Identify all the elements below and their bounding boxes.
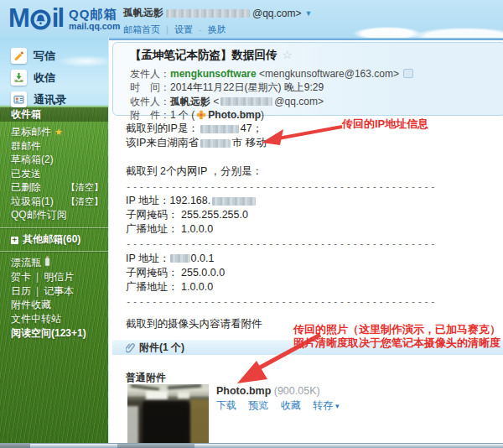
redacted-lan-ip (212, 197, 256, 206)
attachment-row: 附 件：1 个 (Photo.bmp) (130, 108, 503, 122)
attachment-actions: 下载 预览 收藏 转存▾ (216, 399, 340, 413)
sidebar-item-starred[interactable]: 星标邮件★ (0, 125, 108, 139)
bell-icon (30, 9, 51, 30)
preview-link[interactable]: 预览 (248, 399, 268, 411)
qq-mail-window: M il QQ邮箱 mail.qq.com 孤帆远影 @qq.com> ▼ 邮箱… (0, 0, 503, 448)
thumb-mosaic-silhouette (143, 401, 189, 443)
star-icon: ★ (54, 127, 63, 137)
empty-deleted-button[interactable]: 【清空】 (66, 180, 103, 195)
sidebar-item-greeting-cards[interactable]: 贺卡|明信片 (0, 270, 108, 284)
sidebar-item-other-mailbox[interactable]: +其他邮箱(60) (0, 232, 108, 247)
annotation-photo-line1: 传回的照片（这里制作演示，已加马赛克） (293, 323, 500, 336)
body-line-mask2: 子网掩码： 255.0.0.0 (126, 266, 486, 280)
link-notebook[interactable]: 记事本 (44, 285, 74, 297)
sidebar-item-group-mail[interactable]: 群邮件 (0, 139, 108, 154)
time-row: 时 间：2014年11月22日(星期六) 晚上9:29 (130, 81, 503, 94)
add-friend-icon[interactable] (403, 69, 413, 78)
attachment-thumbnail[interactable] (127, 384, 209, 443)
folder-label: 已发送 (11, 167, 41, 181)
annotation-ip-note: 传回的IP地址信息 (342, 117, 428, 132)
thumb-side-tint (190, 399, 209, 443)
redacted-recipient-email (220, 97, 272, 106)
body-line-ip: 截取到的IP是：47； (126, 122, 486, 136)
download-link[interactable]: 下载 (216, 399, 236, 411)
sidebar-item-inbox[interactable]: 收件箱 (0, 107, 108, 122)
folder-label: 贺卡|明信片 (11, 270, 74, 284)
normal-attachment-label: 普通附件 (126, 371, 166, 385)
attachment-file-size: (900.05K) (274, 385, 320, 397)
sidebar-item-attachment-favorites[interactable]: 附件收藏 (0, 298, 108, 312)
sender-name[interactable]: mengkunsoftware (170, 68, 257, 80)
sidebar-item-file-transfer[interactable]: 文件中转站 (0, 312, 108, 326)
body-line-geo: 该IP来自湖南省市 移动 (126, 136, 486, 150)
link-postcard[interactable]: 明信片 (44, 271, 74, 283)
sidebar-item-deleted[interactable]: 已删除 【清空】 (0, 180, 108, 195)
contacts-button[interactable]: 通讯录 (0, 90, 108, 109)
expand-plus-icon: + (11, 237, 18, 244)
link-calendar[interactable]: 日历 (11, 285, 31, 297)
folder-label: 群邮件 (11, 139, 41, 154)
empty-spam-button[interactable]: 【清空】 (66, 195, 103, 209)
thumb-ceiling-beam (168, 384, 201, 389)
sidebar-item-sent[interactable]: 已发送 (0, 167, 108, 181)
receive-mail-button[interactable]: 收信 (0, 68, 108, 87)
subject-star-icon[interactable]: ☆ (283, 49, 293, 61)
sidebar-item-spam[interactable]: 垃圾箱(1) 【清空】 (0, 195, 108, 209)
horizontal-scrollbar[interactable] (0, 443, 503, 448)
attachment-file-info: Photo.bmp (900.05K) (216, 385, 320, 397)
paperclip-icon (126, 342, 135, 353)
recipient-name: 孤帆远影 (170, 96, 210, 107)
thumb-window-highlight (178, 392, 189, 399)
save-to-drive-link[interactable]: 转存 (313, 399, 333, 411)
time-label: 时 间： (130, 81, 170, 93)
sidebar-item-drift-bottle[interactable]: 漂流瓶 (0, 256, 108, 270)
scrollbar-thumb[interactable] (117, 444, 194, 448)
sidebar-item-calendar-notes[interactable]: 日历|记事本 (0, 284, 108, 299)
save-dropdown-caret[interactable]: ▾ (335, 402, 340, 410)
nav-mail-home[interactable]: 邮箱首页 (123, 24, 160, 34)
logo-domain-text: mail.qq.com (69, 21, 120, 31)
body-line-bcast2: 广播地址： 1.0.0.0 (126, 280, 486, 294)
qqmail-logo[interactable]: M il QQ邮箱 mail.qq.com (8, 4, 120, 33)
folder-label: +其他邮箱(60) (11, 232, 80, 247)
body-line-lan: 截取到 2个内网IP ，分别是： (126, 164, 486, 179)
compose-button[interactable]: 写信 (0, 46, 108, 65)
sidebar-divider (0, 251, 108, 252)
sidebar-item-subscriptions[interactable]: QQ邮件订阅 (0, 208, 108, 222)
sidebar-item-drafts[interactable]: 草稿箱(2) (0, 153, 108, 167)
from-row: 发件人：mengkunsoftware <mengkunsoftware@163… (130, 67, 503, 81)
contacts-label: 通讯录 (34, 92, 66, 107)
sender-address: <mengkunsoftware@163.com> (259, 68, 399, 80)
time-value: 2014年11月22日(星期六) 晚上9:29 (170, 81, 324, 93)
link-greeting-card[interactable]: 贺卡 (11, 271, 31, 283)
attachment-file-name[interactable]: Photo.bmp (216, 385, 271, 397)
body-line-bcast1: 广播地址： 1.0.0.0 (126, 222, 486, 237)
receive-mail-label: 收信 (34, 70, 55, 86)
to-label: 收件人： (130, 96, 170, 107)
nav-settings[interactable]: 设置 (174, 24, 193, 34)
redacted-loopback-ip (170, 254, 190, 263)
nav-skin[interactable]: 换肤 (208, 24, 226, 34)
contacts-card-icon (11, 91, 27, 107)
to-row: 收件人：孤帆远影 <@qq.com> (130, 95, 503, 108)
flower-file-icon (196, 110, 206, 120)
attachment-section-label: 附件(1 个) (139, 341, 184, 355)
sidebar-item-reading-space[interactable]: 阅读空间(123+1) (0, 326, 108, 341)
logo-letter-m: M (8, 4, 29, 33)
sidebar-divider (0, 227, 108, 228)
body-line-ip2: IP 地址：0.0.1 (126, 252, 486, 266)
folder-label: 漂流瓶 (11, 256, 50, 270)
mail-body: 截取到的IP是：47； 该IP来自湖南省市 移动 截取到 2个内网IP ，分别是… (126, 122, 486, 332)
nav-dash: - (199, 24, 202, 34)
attachment-file-name[interactable]: Photo.bmp (208, 109, 261, 121)
attachment-count: 1 个 ( (170, 109, 194, 121)
attachment-label: 附 件： (130, 109, 170, 121)
mail-subject: 【孟坤笔记本防盗】数据回传 (130, 49, 277, 61)
account-dropdown-icon[interactable]: ▼ (305, 9, 313, 18)
to-addr-open: < (213, 96, 219, 107)
folder-label: 已删除 (11, 180, 41, 195)
account-email-suffix: @qq.com> (252, 8, 302, 19)
dashed-separator: ----------------------------------------… (126, 294, 486, 309)
dashed-separator: ----------------------------------------… (126, 180, 486, 194)
favorite-link[interactable]: 收藏 (281, 399, 301, 411)
